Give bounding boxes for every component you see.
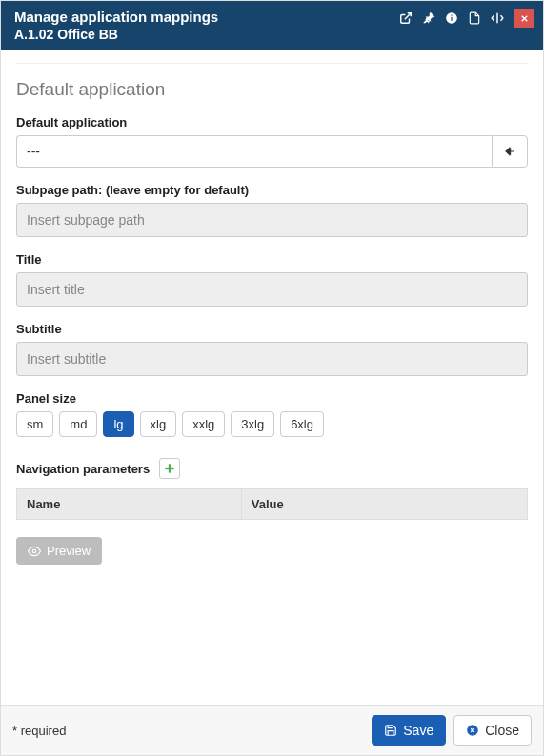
dialog-body: Default application Default application … bbox=[1, 50, 543, 705]
dialog-footer: * required Save Close bbox=[1, 705, 543, 755]
pin-icon[interactable] bbox=[421, 10, 436, 26]
default-application-value: --- bbox=[27, 144, 40, 159]
size-3xlg-button[interactable]: 3xlg bbox=[231, 411, 274, 437]
subpage-path-label: Subpage path: (leave empty for default) bbox=[16, 183, 528, 197]
svg-point-9 bbox=[32, 549, 36, 553]
add-parameter-button[interactable] bbox=[159, 458, 180, 479]
save-button-label: Save bbox=[403, 723, 433, 738]
title-label: Title bbox=[16, 252, 528, 267]
title-input[interactable] bbox=[16, 272, 528, 307]
panel-size-label: Panel size bbox=[16, 391, 528, 406]
navigation-parameters-row: Navigation parameters bbox=[16, 458, 528, 479]
preview-button[interactable]: Preview bbox=[16, 537, 102, 565]
subtitle-label: Subtitle bbox=[16, 322, 528, 336]
revert-button[interactable] bbox=[492, 135, 528, 168]
subpage-path-field: Subpage path: (leave empty for default) bbox=[16, 183, 528, 237]
size-sm-button[interactable]: sm bbox=[16, 411, 53, 437]
pdf-icon[interactable] bbox=[467, 10, 482, 26]
section-heading: Default application bbox=[16, 79, 528, 100]
subpage-path-input[interactable] bbox=[16, 203, 528, 237]
dialog-header: Manage application mappings A.1.02 Offic… bbox=[1, 1, 543, 50]
preview-button-label: Preview bbox=[47, 544, 91, 558]
title-field: Title bbox=[16, 252, 528, 307]
header-titles: Manage application mappings A.1.02 Offic… bbox=[14, 9, 218, 42]
size-xlg-button[interactable]: xlg bbox=[140, 411, 177, 437]
info-icon[interactable] bbox=[444, 10, 459, 26]
size-md-button[interactable]: md bbox=[59, 411, 97, 437]
size-xxlg-button[interactable]: xxlg bbox=[182, 411, 225, 437]
default-application-field: Default application --- bbox=[16, 115, 528, 168]
table-header-value: Value bbox=[242, 489, 528, 519]
external-link-icon[interactable] bbox=[398, 10, 413, 26]
default-application-select[interactable]: --- bbox=[16, 135, 492, 168]
header-toolbar bbox=[398, 9, 534, 28]
close-circle-icon bbox=[466, 724, 479, 737]
table-header-name: Name bbox=[17, 489, 242, 519]
footer-actions: Save Close bbox=[372, 715, 532, 746]
navigation-parameters-label: Navigation parameters bbox=[16, 462, 150, 476]
save-icon bbox=[384, 724, 397, 737]
subtitle-input[interactable] bbox=[16, 342, 528, 376]
parameters-table-header: Name Value bbox=[16, 488, 528, 520]
size-lg-button[interactable]: lg bbox=[103, 411, 133, 437]
dialog-title: Manage application mappings bbox=[14, 9, 218, 25]
default-application-label: Default application bbox=[16, 115, 528, 129]
subtitle-field: Subtitle bbox=[16, 322, 528, 376]
close-button[interactable] bbox=[514, 9, 534, 28]
resize-icon[interactable] bbox=[490, 10, 505, 26]
required-hint: * required bbox=[12, 724, 66, 738]
eye-icon bbox=[28, 545, 41, 558]
dialog-subtitle: A.1.02 Office BB bbox=[14, 27, 218, 42]
panel-size-group: sm md lg xlg xxlg 3xlg 6xlg bbox=[16, 411, 528, 437]
svg-rect-3 bbox=[451, 15, 452, 16]
panel-size-field: Panel size sm md lg xlg xxlg 3xlg 6xlg bbox=[16, 391, 528, 437]
footer-close-button-label: Close bbox=[485, 723, 519, 738]
size-6xlg-button[interactable]: 6xlg bbox=[280, 411, 324, 437]
dialog: Manage application mappings A.1.02 Offic… bbox=[0, 0, 544, 756]
svg-line-0 bbox=[405, 13, 411, 19]
svg-rect-2 bbox=[451, 17, 452, 21]
footer-close-button[interactable]: Close bbox=[453, 715, 532, 746]
save-button[interactable]: Save bbox=[372, 715, 446, 746]
section-rule bbox=[16, 63, 528, 64]
